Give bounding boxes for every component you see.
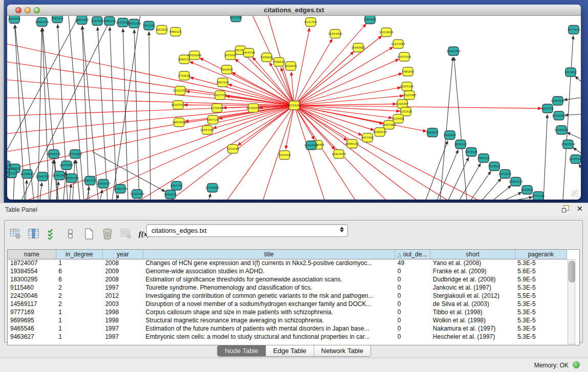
network-node[interactable]: 17359924 (68, 150, 82, 159)
column-header-name[interactable]: name (8, 250, 56, 259)
network-node[interactable]: 6879197 (454, 140, 467, 149)
column-header-pagerank[interactable]: pagerank (515, 250, 567, 259)
citation-network-graph[interactable]: 1872400718300295240557220691406249341310… (7, 16, 581, 200)
network-window[interactable]: citations_edges.txt 18724007183002952405… (7, 5, 581, 200)
network-node[interactable]: 11156813 (20, 170, 34, 179)
network-node[interactable]: 16107487 (402, 91, 416, 100)
network-node[interactable]: 3427552 (214, 91, 226, 100)
network-node[interactable]: 2087682 (364, 16, 376, 24)
table-vertical-scrollbar[interactable] (568, 259, 575, 344)
network-node[interactable]: 18724007 (287, 101, 301, 110)
network-node[interactable]: 20206535 (47, 150, 60, 159)
table-row[interactable]: 1872400712008Changes of HCN gene express… (8, 259, 567, 267)
network-node[interactable]: 12505153 (64, 174, 78, 183)
network-canvas[interactable]: 1872400718300295240557220691406249341310… (7, 16, 581, 200)
column-header-short[interactable]: short (430, 250, 515, 259)
column-header-year[interactable]: year (102, 250, 143, 259)
show-columns-icon[interactable] (27, 227, 40, 240)
network-node[interactable]: 7632621 (488, 162, 500, 171)
network-node[interactable]: 9057493 (361, 134, 374, 142)
network-node[interactable]: 15718485 (205, 184, 219, 192)
select-rows-icon[interactable] (46, 227, 59, 240)
network-node[interactable]: 8454749 (243, 49, 255, 57)
network-node[interactable]: 8938923 (444, 131, 456, 140)
network-node[interactable]: 16846157 (345, 140, 359, 148)
network-node[interactable]: 17957255 (83, 177, 97, 185)
table-row[interactable]: 946554611997Estimation of the future num… (8, 324, 567, 333)
table-row[interactable]: 977716911998Corpus callosum shape and si… (8, 308, 567, 316)
network-node[interactable]: 12213987 (391, 40, 405, 49)
network-node[interactable]: 12342737 (35, 172, 49, 181)
network-node[interactable]: 3675685 (224, 51, 236, 60)
close-icon[interactable]: ✕ (576, 205, 583, 212)
import-table-icon[interactable] (119, 227, 133, 240)
table-select-dropdown[interactable]: citations_edges.txt (146, 224, 348, 237)
table-row[interactable]: 946362711997Embryonic stem cells: a mode… (8, 333, 567, 341)
network-node[interactable]: 8471676 (499, 170, 512, 179)
network-node[interactable]: 16154838 (379, 28, 394, 37)
network-node[interactable]: 12213383 (173, 86, 187, 95)
network-node[interactable]: 12975185 (400, 82, 413, 91)
network-node[interactable]: 16644784 (446, 47, 461, 56)
network-node[interactable]: 10975887 (59, 161, 73, 170)
network-node[interactable]: 9267130 (207, 116, 220, 124)
network-node[interactable]: 18300295 (246, 104, 260, 113)
column-header-title[interactable]: title (143, 250, 395, 259)
network-node[interactable]: 9146821 (260, 53, 273, 62)
network-node[interactable]: 9474444 (465, 148, 478, 157)
network-node[interactable]: 15634914 (304, 141, 318, 150)
network-node[interactable]: 1409537 (426, 128, 439, 137)
table-settings-icon[interactable] (9, 227, 22, 240)
node-table[interactable]: namein_degreeyeartitle△out_de...shortpag… (7, 249, 580, 345)
network-node[interactable]: 9960125 (169, 28, 182, 36)
network-node[interactable]: 9242844 (221, 65, 233, 74)
network-node[interactable]: 18107552 (171, 101, 185, 110)
network-node[interactable]: 16210643 (552, 112, 565, 120)
delete-table-icon[interactable] (101, 227, 114, 240)
network-node[interactable]: 1527602 (91, 17, 103, 26)
network-node[interactable]: 10653287 (75, 16, 89, 25)
network-node[interactable]: 9572301 (230, 16, 242, 22)
float-window-icon[interactable] (562, 205, 569, 212)
network-node[interactable]: 11653387 (200, 126, 214, 135)
tab-edge-table[interactable]: Edge Table (266, 345, 314, 356)
network-node[interactable]: 2935114 (477, 154, 490, 163)
window-resize-grip[interactable] (572, 190, 579, 198)
network-node[interactable]: 19654933 (172, 118, 186, 127)
network-node[interactable]: 16914479 (332, 150, 346, 159)
table-row[interactable]: 1938455462009Genome-wide association stu… (8, 267, 567, 275)
network-node[interactable]: 17016504 (561, 140, 575, 149)
network-window-titlebar[interactable]: citations_edges.txt (7, 5, 581, 16)
network-node[interactable]: 11075338 (569, 155, 581, 164)
network-node[interactable]: 16640910 (351, 43, 365, 52)
network-node[interactable]: 12323448 (130, 190, 144, 199)
table-row[interactable]: 969969511998Structural magnetic resonanc… (8, 316, 567, 324)
network-node[interactable]: 10489579 (373, 128, 387, 137)
network-node[interactable]: 9777169 (532, 192, 545, 200)
network-node[interactable]: 1588520 (273, 58, 286, 67)
network-node[interactable]: 6466160 (103, 17, 116, 26)
scrollbar-thumb[interactable] (569, 261, 575, 282)
network-node[interactable]: 16671388 (127, 19, 141, 28)
network-node[interactable]: 10654112 (509, 178, 522, 186)
network-node[interactable]: 2493413 (51, 16, 63, 23)
column-header-out_de[interactable]: △out_de... (395, 250, 430, 259)
network-node[interactable]: 10958157 (96, 180, 110, 188)
memory-ok-indicator-icon[interactable] (573, 361, 580, 368)
network-node[interactable]: 8222033 (285, 62, 297, 71)
network-node[interactable]: 12254430 (328, 30, 342, 38)
network-node[interactable]: 2405572 (8, 16, 20, 24)
network-node[interactable]: 2803144 (216, 78, 229, 87)
network-node[interactable]: 9170046 (211, 104, 224, 113)
network-node[interactable]: 8215358 (541, 104, 554, 113)
new-table-icon[interactable] (82, 227, 96, 240)
network-node[interactable]: 12444197 (551, 97, 564, 105)
network-node[interactable]: 8131304 (304, 18, 317, 27)
network-node[interactable]: 7625402 (278, 151, 291, 160)
network-node[interactable]: 16782759 (113, 185, 127, 193)
network-node[interactable]: 9245652 (521, 186, 533, 194)
table-row[interactable]: 2242004622012Investigating the contribut… (8, 292, 567, 300)
network-node[interactable]: 2718126 (178, 72, 191, 80)
network-node[interactable]: 9457771 (170, 182, 183, 190)
table-row[interactable]: 1456911722003Disruption of a novel membe… (8, 300, 567, 308)
